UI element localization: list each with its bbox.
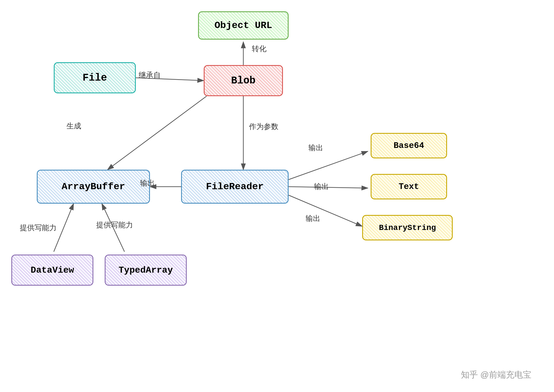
node-dataview-label: DataView [31, 265, 74, 275]
node-arraybuffer-label: ArrayBuffer [62, 181, 125, 192]
node-blob: Blob [204, 65, 283, 96]
node-blob-label: Blob [231, 75, 255, 87]
label-shengcheng: 生成 [66, 121, 81, 131]
node-file-label: File [83, 72, 107, 84]
node-text: Text [371, 174, 447, 199]
node-binarystring: BinaryString [362, 215, 453, 240]
node-arraybuffer: ArrayBuffer [37, 170, 150, 204]
node-file: File [54, 62, 136, 93]
node-binarystring-label: BinaryString [379, 223, 436, 232]
label-zuoweicanshu: 作为参数 [249, 122, 278, 132]
label-dataview-write: 提供写能力 [20, 223, 57, 233]
label-output-text: 输出 [314, 182, 329, 191]
node-dataview: DataView [11, 255, 93, 286]
node-text-label: Text [399, 182, 419, 191]
node-base64: Base64 [371, 133, 447, 158]
svg-line-7 [289, 151, 368, 180]
svg-line-6 [108, 96, 207, 170]
node-base64-label: Base64 [394, 141, 424, 150]
node-filereader-label: FileReader [206, 181, 264, 192]
node-typedarray: TypedArray [105, 255, 187, 286]
label-jichengzi: 继承自 [139, 70, 161, 80]
node-filereader: FileReader [181, 170, 289, 204]
label-zhuanhua: 转化 [252, 44, 267, 54]
node-typedarray-label: TypedArray [119, 265, 173, 275]
label-output-base64: 输出 [308, 143, 323, 153]
svg-line-10 [54, 204, 74, 252]
label-typedarray-write: 提供写能力 [96, 220, 133, 230]
node-objecturl-label: Object URL [214, 20, 272, 31]
label-output-binary: 输出 [306, 214, 320, 223]
label-output-arraybuffer: 输出 [140, 178, 155, 188]
diagram-container: Object URL Blob File FileReader ArrayBuf… [0, 0, 554, 392]
svg-line-9 [289, 195, 362, 226]
watermark: 知乎 @前端充电宝 [461, 369, 531, 381]
node-objecturl: Object URL [198, 11, 289, 40]
